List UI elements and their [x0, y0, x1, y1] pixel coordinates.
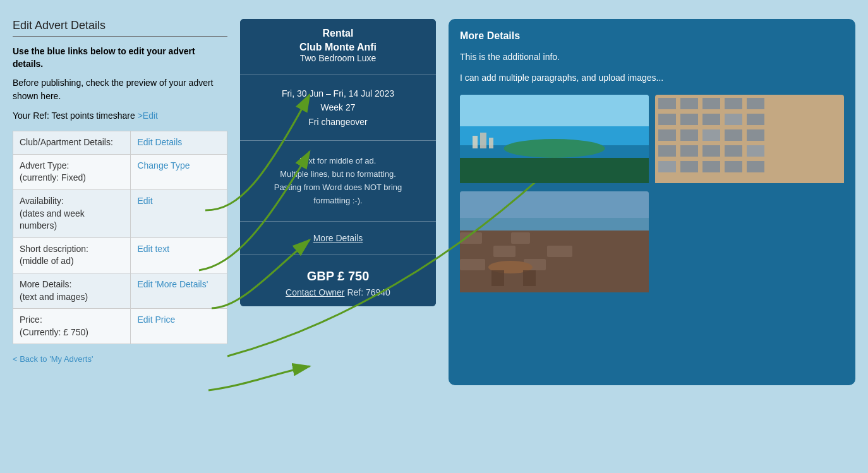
- card-contact[interactable]: Contact Owner Ref: 76940: [250, 287, 426, 297]
- svg-rect-18: [725, 114, 742, 125]
- svg-rect-26: [680, 145, 698, 157]
- row-action-5[interactable]: Edit 'More Details': [131, 273, 227, 308]
- card-date-range: Fri, 30 Jun – Fri, 14 Jul 2023: [250, 87, 426, 100]
- svg-rect-33: [725, 161, 742, 172]
- svg-rect-15: [658, 114, 676, 125]
- svg-rect-1: [460, 95, 649, 126]
- svg-rect-12: [702, 98, 720, 109]
- image-coastal: [460, 95, 649, 185]
- svg-rect-30: [658, 161, 676, 172]
- svg-rect-31: [680, 161, 698, 172]
- row-action-1[interactable]: Edit Details: [131, 131, 227, 155]
- page-title: Edit Advert Details: [13, 19, 227, 32]
- svg-rect-32: [702, 161, 720, 172]
- row-label-5: More Details:(text and images): [13, 273, 131, 308]
- more-details-para1: This is the additional info.: [460, 51, 844, 64]
- row-label-4: Short description:(middle of ad): [13, 237, 131, 273]
- svg-rect-39: [484, 232, 509, 244]
- row-label-1: Club/Apartment Details:: [13, 131, 131, 155]
- row-label-2: Advert Type:(currently: Fixed): [13, 154, 131, 189]
- image-building: [655, 95, 844, 185]
- svg-rect-38: [460, 232, 482, 244]
- table-row: Advert Type:(currently: Fixed) Change Ty…: [13, 154, 227, 189]
- svg-rect-11: [680, 98, 698, 109]
- card-middle-text: Text for middle of ad. Multiple lines, b…: [240, 146, 436, 216]
- svg-rect-16: [680, 114, 698, 125]
- ref-label: Your Ref: Test points timeshare: [13, 111, 138, 121]
- table-row: Club/Apartment Details: Edit Details: [13, 131, 227, 155]
- row-label-3: Availability:(dates and week numbers): [13, 189, 131, 237]
- svg-rect-19: [747, 114, 764, 125]
- svg-rect-5: [460, 158, 649, 183]
- svg-rect-51: [491, 270, 504, 286]
- card-ref: Ref: 76940: [347, 287, 390, 297]
- svg-point-4: [504, 139, 605, 158]
- svg-rect-44: [517, 246, 546, 257]
- svg-rect-20: [658, 129, 676, 141]
- svg-rect-14: [747, 98, 764, 109]
- svg-rect-7: [480, 133, 486, 148]
- svg-rect-22: [702, 129, 720, 141]
- svg-rect-49: [548, 259, 570, 270]
- table-row: Short description:(middle of ad) Edit te…: [13, 237, 227, 273]
- table-row: More Details:(text and images) Edit 'Mor…: [13, 273, 227, 308]
- left-panel: Edit Advert Details Use the blue links b…: [13, 13, 227, 370]
- svg-rect-24: [747, 129, 764, 141]
- svg-rect-23: [725, 129, 742, 141]
- intro-bold: Use the blue links below to edit your ad…: [13, 45, 227, 70]
- card-footer: GBP £ 750 Contact Owner Ref: 76940: [240, 260, 436, 306]
- more-details-heading: More Details: [460, 30, 844, 42]
- svg-rect-41: [532, 232, 570, 244]
- svg-rect-52: [523, 270, 536, 286]
- svg-rect-6: [473, 136, 478, 148]
- center-card: Rental Club Monte Anfi Two Bedroom Luxe …: [240, 19, 436, 306]
- svg-rect-45: [547, 246, 572, 257]
- table-row: Availability:(dates and week numbers) Ed…: [13, 189, 227, 237]
- ref-edit-link[interactable]: >Edit: [138, 111, 158, 121]
- intro-text: Before publishing, check the preview of …: [13, 76, 227, 103]
- more-details-para2: I can add multiple paragraphs, and uploa…: [460, 71, 844, 85]
- svg-rect-28: [725, 145, 742, 157]
- card-more-details-link[interactable]: More Details: [240, 227, 436, 249]
- edit-table: Club/Apartment Details: Edit Details Adv…: [13, 131, 227, 344]
- card-resort-name: Club Monte Anfi: [250, 42, 426, 53]
- svg-rect-27: [702, 145, 720, 157]
- back-link[interactable]: < Back to 'My Adverts': [13, 354, 227, 364]
- row-action-4[interactable]: Edit text: [131, 237, 227, 273]
- svg-rect-29: [747, 145, 764, 157]
- svg-rect-54: [460, 218, 649, 231]
- contact-owner-link[interactable]: Contact Owner: [286, 287, 344, 297]
- card-type-label: Rental: [250, 28, 426, 39]
- images-grid: [460, 95, 844, 294]
- svg-rect-13: [725, 98, 742, 109]
- svg-rect-8: [489, 138, 493, 148]
- svg-rect-25: [658, 145, 676, 157]
- right-panel: More Details This is the additional info…: [449, 19, 855, 385]
- card-changeover: Fri changeover: [250, 115, 426, 129]
- svg-rect-40: [511, 232, 530, 244]
- svg-rect-46: [460, 259, 485, 270]
- table-row: Price:(Currently: £ 750) Edit Price: [13, 309, 227, 344]
- row-label-6: Price:(Currently: £ 750): [13, 309, 131, 344]
- main-layout: Edit Advert Details Use the blue links b…: [13, 13, 855, 385]
- row-action-6[interactable]: Edit Price: [131, 309, 227, 344]
- card-header: Rental Club Monte Anfi Two Bedroom Luxe: [240, 19, 436, 69]
- svg-rect-42: [460, 246, 491, 257]
- svg-rect-17: [702, 114, 720, 125]
- svg-rect-21: [680, 129, 698, 141]
- svg-rect-34: [747, 161, 764, 172]
- row-action-2[interactable]: Change Type: [131, 154, 227, 189]
- card-week: Week 27: [250, 100, 426, 114]
- card-unit-type: Two Bedroom Luxe: [250, 53, 426, 63]
- svg-rect-10: [658, 98, 676, 109]
- ref-text: Your Ref: Test points timeshare >Edit: [13, 111, 227, 121]
- card-dates: Fri, 30 Jun – Fri, 14 Jul 2023 Week 27 F…: [240, 80, 436, 135]
- row-action-3[interactable]: Edit: [131, 189, 227, 237]
- svg-rect-43: [493, 246, 515, 257]
- card-price: GBP £ 750: [250, 269, 426, 284]
- image-terrace: [460, 191, 649, 294]
